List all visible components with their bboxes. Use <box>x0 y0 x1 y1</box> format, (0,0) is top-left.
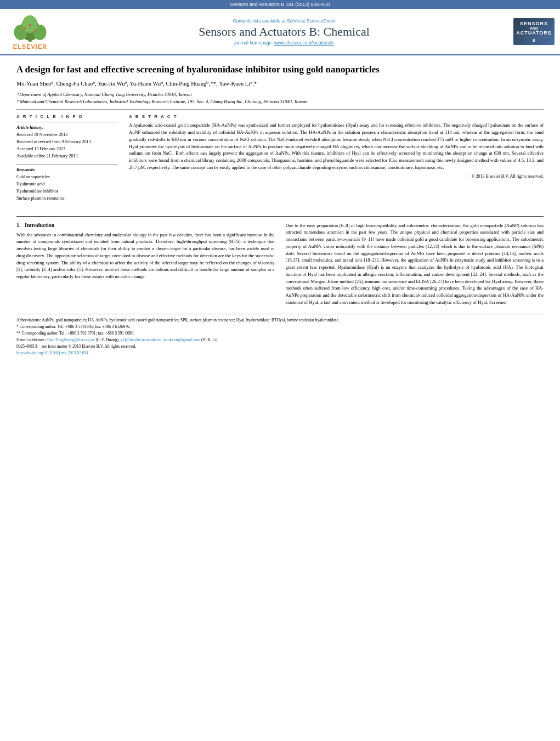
copyright-notice: © 2013 Elsevier B.V. All rights reserved… <box>129 174 544 179</box>
elsevier-wordmark: ELSEVIER <box>13 43 47 50</box>
abstract-col: A B S T R A C T A hyaluronic acid-coated… <box>129 114 544 202</box>
svg-point-5 <box>24 27 26 30</box>
section1-left-text: With the advances in combinatorial chemi… <box>16 231 275 280</box>
article-content: A design for fast and effective screenin… <box>0 55 560 211</box>
elsevier-logo: ELSEVIER <box>5 13 55 50</box>
email-link-1[interactable]: Chin-PingHuang@itri.org.tw <box>47 337 95 342</box>
article-info-section-label: A R T I C L E I N F O <box>16 114 118 119</box>
keywords-box: Keywords: Gold nanoparticles Hyaluronic … <box>16 164 118 202</box>
article-history-label: Article history: <box>16 125 118 130</box>
keyword-2: Hyaluronic acid <box>16 181 118 188</box>
abbreviations: Abbreviations: AuNPs, gold nanoparticles… <box>16 317 544 324</box>
body-content: 1. Introduction With the advances in com… <box>0 216 560 357</box>
doi-link[interactable]: http://dx.doi.org/10.1016/j.snb.2013.02.… <box>16 350 544 357</box>
body-divider <box>16 216 544 217</box>
corresponding-author-2: ** Corresponding author. Tel.: +886 3 59… <box>16 330 544 337</box>
body-right-col: Due to the easy preparation [6–8] of hig… <box>286 222 544 309</box>
keywords-label: Keywords: <box>16 167 118 172</box>
journal-header: ELSEVIER Contents lists available at Sci… <box>0 9 560 55</box>
affiliation-b: ᵇ Material and Chemical Research Laborat… <box>16 98 544 105</box>
corresponding-author-1: * Corresponding author. Tel.: +886 3 573… <box>16 324 544 330</box>
sciverse-link[interactable]: Contents lists available at SciVerse Sci… <box>60 18 508 24</box>
body-two-col: 1. Introduction With the advances in com… <box>16 222 544 309</box>
email-addresses: E-mail addresses: Chin-PingHuang@itri.or… <box>16 337 544 343</box>
homepage-link[interactable]: www.elsevier.com/locate/snb <box>274 40 334 46</box>
authors: Mo-Yuan Shenᵃ, Cheng-Fu Chaoᵃ, Yue-Jin W… <box>16 80 544 88</box>
journal-homepage: journal homepage: www.elsevier.com/locat… <box>60 40 508 46</box>
journal-title-block: Contents lists available at SciVerse Sci… <box>60 18 508 46</box>
affiliation-a: ᵃ Department of Applied Chemistry, Natio… <box>16 91 544 98</box>
affiliations: ᵃ Department of Applied Chemistry, Natio… <box>16 91 544 105</box>
accepted-date: Accepted 13 February 2013 <box>16 146 118 153</box>
keyword-3: Hyaluronidase inhibitor <box>16 188 118 195</box>
elsevier-tree-icon <box>11 13 49 43</box>
article-meta-row: A R T I C L E I N F O Article history: R… <box>16 114 544 202</box>
journal-name: Sensors and Actuators B: Chemical <box>60 25 508 39</box>
journal-logo-right: SENSORS AND ACTUATORS B <box>513 18 555 45</box>
keyword-4: Surface plasmon resonance <box>16 195 118 202</box>
keyword-1: Gold nanoparticles <box>16 174 118 181</box>
section1-title: 1. Introduction <box>16 222 275 228</box>
article-title: A design for fast and effective screenin… <box>16 64 544 76</box>
left-meta-col: A R T I C L E I N F O Article history: R… <box>16 114 118 202</box>
issn-text: 0925-4005/$ – see front matter © 2013 El… <box>16 343 544 350</box>
article-info-box: Article history: Received 19 November 20… <box>16 122 118 160</box>
received-date: Received 19 November 2012 <box>16 132 118 139</box>
footnotes: Abbreviations: AuNPs, gold nanoparticles… <box>16 314 544 357</box>
body-left-col: 1. Introduction With the advances in com… <box>16 222 275 309</box>
section1-right-text: Due to the easy preparation [6–8] of hig… <box>286 222 544 306</box>
journal-banner: Sensors and Actuators B 181 (2013) 605–6… <box>0 0 560 9</box>
email-link-2[interactable]: ykl@faculty.nctu.edu.tw, nctukevin@gmail… <box>121 337 200 342</box>
revised-date: Received in revised form 9 February 2013 <box>16 139 118 146</box>
abstract-text: A hyaluronic acid-coated gold nanopartic… <box>129 122 544 171</box>
journal-logo-box: SENSORS AND ACTUATORS B <box>513 18 555 45</box>
header-divider <box>16 109 544 110</box>
banner-text: Sensors and Actuators B 181 (2013) 605–6… <box>230 2 330 7</box>
svg-point-6 <box>35 30 37 32</box>
available-date: Available online 21 February 2013 <box>16 153 118 160</box>
svg-point-7 <box>29 24 31 26</box>
abstract-section-label: A B S T R A C T <box>129 114 544 119</box>
